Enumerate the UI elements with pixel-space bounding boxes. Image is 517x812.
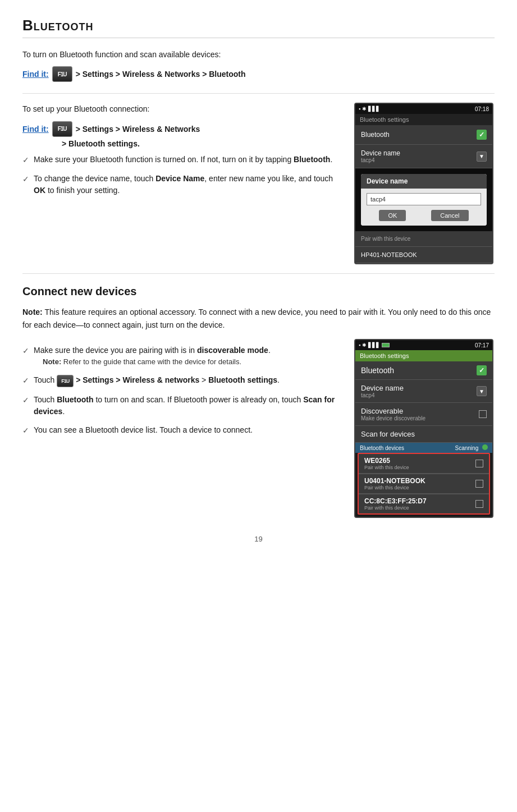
- dialog-box: Device name OK Cancel: [361, 174, 487, 226]
- bt-icon-2: ✱: [362, 342, 367, 348]
- bt-icon-1: ✱: [362, 106, 367, 112]
- s2-bullet-3-text: Touch Bluetooth to turn on and scan. If …: [34, 394, 343, 418]
- bullet-2-text: To change the device name, touch Device …: [34, 173, 343, 196]
- device-name-1: WE0265: [364, 457, 409, 465]
- scanning-dot: [482, 444, 488, 450]
- find-it-1: Find it: F1U > Settings > Wireless & Net…: [22, 66, 495, 82]
- phone-screen-1: ▪ ✱ ▋▋▋ 07:18 Bluetooth settings Bluetoo…: [354, 103, 493, 264]
- device-checkbox-3: [475, 500, 483, 508]
- pair-label: Pair with this device: [361, 236, 410, 242]
- find-it-label-2[interactable]: Find it:: [22, 125, 49, 134]
- dialog-cancel-button[interactable]: Cancel: [431, 210, 468, 221]
- section2-bullets: ✓ Make sure the device you are pairing w…: [22, 345, 343, 437]
- phone-time-2: 07:17: [475, 342, 489, 348]
- device-name-2: U0401-NOTEBOOK: [364, 477, 426, 485]
- section2-note: Note: This feature requires an optional …: [22, 306, 495, 331]
- devices-header-left: Bluetooth devices: [360, 445, 404, 451]
- menu-icon-3: F1U: [57, 375, 74, 387]
- phone-row-bluetooth-1: Bluetooth: [355, 125, 492, 145]
- device-row-3[interactable]: CC:8C:E3:FF:25:D7 Pair with this device: [359, 494, 489, 513]
- checkmark-2: ✓: [22, 173, 29, 185]
- phone2-label-bluetooth: Bluetooth: [361, 366, 394, 375]
- phone-row-devicename-1: Device name tacp4 ▼: [355, 145, 492, 168]
- device-name-label-2: Device name: [361, 384, 404, 392]
- phone-bt-header-2: Bluetooth settings: [355, 350, 492, 361]
- phone-status-bar-2: ▪ ✱ ▋▋▋ 07:17: [355, 340, 492, 350]
- bullet-1-text: Make sure your Bluetooth function is tur…: [34, 154, 332, 166]
- device-name-dropdown-2: ▼: [477, 386, 487, 396]
- device-sub-3: Pair with this device: [364, 505, 427, 511]
- phone-row2-scan: Scan for devices: [355, 426, 492, 443]
- devices-highlighted-group: WE0265 Pair with this device U0401-NOTEB…: [358, 453, 490, 515]
- devices-header-right: Scanning: [455, 444, 488, 451]
- device-name-value-1: tacp4: [361, 157, 400, 163]
- dialog-buttons: OK Cancel: [367, 210, 481, 221]
- phone-bt-header-label-2: Bluetooth settings: [360, 352, 409, 359]
- dialog-body: OK Cancel: [361, 189, 487, 226]
- device-sub-2: Pair with this device: [364, 485, 426, 490]
- bluetooth-checkbox-2: [477, 365, 487, 375]
- setup-bullets: ✓ Make sure your Bluetooth function is t…: [22, 154, 343, 196]
- phone-screenshot-1: ▪ ✱ ▋▋▋ 07:18 Bluetooth settings Bluetoo…: [354, 103, 495, 264]
- phone-status-bar-1: ▪ ✱ ▋▋▋ 07:18: [355, 104, 492, 114]
- phone-time-1: 07:18: [475, 106, 489, 112]
- dialog-input[interactable]: [367, 193, 481, 205]
- s2-checkmark-1: ✓: [22, 345, 29, 357]
- section2-title: Connect new devices: [22, 285, 495, 298]
- discoverable-label: Discoverable: [361, 407, 426, 415]
- device-name-dropdown-1: ▼: [477, 152, 487, 162]
- phone-row2-bluetooth: Bluetooth: [355, 361, 492, 380]
- s2-bullet-1-note: Note: Refer to the guide that came with …: [43, 356, 271, 368]
- device-row-1[interactable]: WE0265 Pair with this device: [359, 454, 489, 474]
- setup-intro: To set up your Bluetooth connection:: [22, 103, 343, 115]
- phone-status-icons-1: ▪ ✱ ▋▋▋: [359, 106, 380, 112]
- s2-checkmark-3: ✓: [22, 394, 29, 406]
- phone-screen-2: ▪ ✱ ▋▋▋ 07:17 Bluetooth settings Bluetoo…: [354, 339, 493, 518]
- signal-bars-2: ▋▋▋: [368, 342, 380, 348]
- phone-row-pair: Pair with this device: [355, 231, 492, 247]
- find-it-path-2b-wrapper: > Bluetooth settings.: [62, 139, 343, 148]
- battery-icon-2: [382, 343, 390, 347]
- phone-status-icons-2: ▪ ✱ ▋▋▋: [359, 342, 390, 348]
- page-number: 19: [22, 535, 495, 543]
- s2-bullet-2-text: Touch F1U > Settings > Wireless & networ…: [34, 374, 280, 388]
- device-row-2[interactable]: U0401-NOTEBOOK Pair with this device: [359, 474, 489, 494]
- bullet-2: ✓ To change the device name, touch Devic…: [22, 173, 343, 196]
- s2-bullet-2: ✓ Touch F1U > Settings > Wireless & netw…: [22, 374, 343, 388]
- phone-screenshot-2: ▪ ✱ ▋▋▋ 07:17 Bluetooth settings Bluetoo…: [354, 339, 495, 518]
- find-it-2: Find it: F1U > Settings > Wireless & Net…: [22, 121, 343, 137]
- s2-checkmark-4: ✓: [22, 425, 29, 437]
- find-it-path-2a: > Settings > Wireless & Networks: [76, 125, 200, 134]
- bluetooth-checkbox-1: [477, 130, 487, 140]
- phone-row2-devicename: Device name tacp4 ▼: [355, 380, 492, 403]
- discoverable-sub: Make device discoverable: [361, 415, 426, 421]
- menu-icon-1: F1U: [52, 66, 72, 82]
- note-text-1: This feature requires an optional access…: [22, 308, 491, 329]
- s2-bullet-4-text: You can see a Bluetooth device list. Tou…: [34, 424, 253, 436]
- scan-label: Scan for devices: [361, 430, 415, 438]
- page-title: Bluetooth: [22, 17, 495, 38]
- phone-row2-discoverable: Discoverable Make device discoverable: [355, 403, 492, 426]
- s2-checkmark-2: ✓: [22, 375, 29, 387]
- find-it-label-1[interactable]: Find it:: [22, 70, 49, 79]
- device-name-dialog: Device name OK Cancel: [355, 168, 492, 231]
- s2-bullet-1: ✓ Make sure the device you are pairing w…: [22, 345, 343, 368]
- device-sub-1: Pair with this device: [364, 465, 409, 470]
- phone-label-bluetooth-1: Bluetooth: [361, 131, 390, 139]
- bullet-1: ✓ Make sure your Bluetooth function is t…: [22, 154, 343, 166]
- find-it-path-1: > Settings > Wireless & Networks > Bluet…: [76, 70, 246, 79]
- phone-devices-header: Bluetooth devices Scanning: [355, 443, 492, 453]
- discoverable-checkbox: [479, 410, 487, 418]
- s2-bullet-1-text: Make sure the device you are pairing wit…: [34, 346, 271, 355]
- device-name-label-1: Device name: [361, 149, 400, 157]
- dialog-title: Device name: [361, 174, 487, 189]
- menu-icon-2: F1U: [52, 121, 72, 137]
- dialog-ok-button[interactable]: OK: [379, 210, 406, 221]
- intro-text: To turn on Bluetooth function and scan a…: [22, 48, 495, 61]
- notebook-label: HP401-NOTEBOOK: [361, 251, 417, 258]
- s2-bullet-4: ✓ You can see a Bluetooth device list. T…: [22, 424, 343, 437]
- signal-icon-1: ▪: [359, 106, 360, 112]
- find-it-path-2b: > Bluetooth settings.: [62, 139, 140, 148]
- checkmark-1: ✓: [22, 154, 29, 166]
- device-name-sub-2: tacp4: [361, 392, 404, 398]
